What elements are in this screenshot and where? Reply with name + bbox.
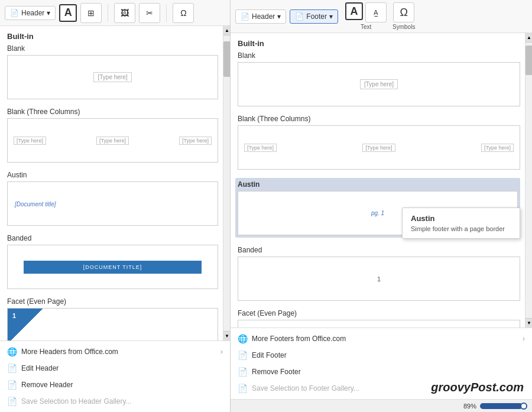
- document-icon-header-right: 📄: [241, 12, 249, 21]
- save-header-icon: 📄: [7, 397, 17, 406]
- zoom-fill: [480, 403, 523, 409]
- more-headers-link[interactable]: 🌐 More Headers from Office.com ›: [0, 343, 230, 360]
- insert-image-button[interactable]: 🖼: [114, 3, 135, 23]
- omega-button-left[interactable]: Ω: [173, 3, 194, 23]
- left-dropdown-panel: 📄 Header ▾ A ⊞ 🖼 ✂ Ω Built-in Blank [Typ…: [0, 0, 231, 412]
- scroll-down-arrow-left[interactable]: ▼: [223, 331, 230, 340]
- template-item-austin-left[interactable]: Austin [Document title]: [7, 171, 218, 226]
- col3-left: [Type here]: [179, 137, 212, 145]
- footer-button-right[interactable]: 📄 Footer ▾: [290, 9, 338, 24]
- right-panel-footer: 🌐 More Footers from Office.com › 📄 Edit …: [231, 327, 532, 399]
- text-toolbar-row: A A̲: [345, 2, 387, 22]
- austin-pg-text: pg. 1: [371, 210, 384, 216]
- left-scrollbar[interactable]: ▲ ▼: [223, 26, 230, 340]
- builtin-label-left: Built-in: [7, 32, 218, 41]
- text-format-button-right[interactable]: A: [345, 2, 363, 20]
- banded-num-right: 1: [377, 275, 381, 283]
- template-item-blank-right[interactable]: Blank [Type here]: [238, 51, 520, 106]
- template-preview-banded-left: [DOCUMENT TITLE]: [7, 245, 218, 289]
- left-toolbar: 📄 Header ▾ A ⊞ 🖼 ✂ Ω: [0, 0, 230, 26]
- right-panel-content: Built-in Blank [Type here] Blank (Three …: [231, 33, 532, 327]
- template-item-facet-left[interactable]: Facet (Even Page) 1: [7, 297, 218, 340]
- remove-header-icon: 📄: [7, 380, 17, 390]
- more-footers-link[interactable]: 🌐 More Footers from Office.com ›: [231, 330, 532, 347]
- chevron-down-header-right: ▾: [277, 12, 281, 21]
- template-preview-austin-left: [Document title]: [7, 181, 218, 226]
- template-label-banded-right: Banded: [238, 246, 520, 254]
- scroll-thumb-left[interactable]: [223, 41, 230, 77]
- text-format-button[interactable]: A: [59, 4, 77, 22]
- remove-header-link[interactable]: 📄 Remove Header: [0, 377, 230, 393]
- template-item-three-right[interactable]: Blank (Three Columns) [Type here] [Type …: [238, 115, 520, 170]
- template-label-facet-right: Facet (Even Page): [238, 309, 520, 317]
- template-item-banded-left[interactable]: Banded [DOCUMENT TITLE]: [7, 234, 218, 289]
- zoom-handle[interactable]: [520, 403, 527, 410]
- template-item-banded-right[interactable]: Banded 1: [238, 246, 520, 301]
- remove-footer-link[interactable]: 📄 Remove Footer: [231, 364, 532, 380]
- omega-button-right[interactable]: Ω: [393, 2, 414, 22]
- template-label-facet-left: Facet (Even Page): [7, 297, 218, 306]
- zoom-slider[interactable]: [480, 403, 527, 409]
- scroll-track-right: [525, 43, 532, 318]
- insert-table-button[interactable]: ⊞: [80, 3, 102, 23]
- austin-content-left: [Document title]: [8, 195, 218, 213]
- scroll-thumb-right[interactable]: [525, 46, 532, 75]
- blank-placeholder-left: [Type here]: [93, 72, 131, 82]
- edit-header-link[interactable]: 📄 Edit Header: [0, 360, 230, 377]
- header-btn-label: Header: [21, 9, 44, 17]
- header-button-left[interactable]: 📄 Header ▾: [5, 6, 56, 20]
- template-preview-three-left: [Type here] [Type here] [Type here]: [7, 118, 218, 163]
- template-label-three-left: Blank (Three Columns): [7, 108, 218, 116]
- three-col-container-left: [Type here] [Type here] [Type here]: [8, 137, 218, 145]
- template-label-austin-right: Austin: [238, 180, 518, 189]
- edit-footer-label: Edit Footer: [252, 351, 287, 359]
- col1-left: [Type here]: [14, 137, 46, 145]
- template-preview-blank-left: [Type here]: [7, 55, 218, 99]
- scroll-up-arrow-right[interactable]: ▲: [525, 33, 532, 43]
- edit-footer-link[interactable]: 📄 Edit Footer: [231, 347, 532, 364]
- text-group-label-right: Text: [361, 24, 371, 30]
- globe-icon-left: 🌐: [7, 347, 17, 356]
- edit-header-label: Edit Header: [21, 364, 59, 372]
- template-preview-banded-right: 1: [238, 257, 520, 301]
- zoom-level: 89%: [463, 403, 476, 410]
- template-item-three-left[interactable]: Blank (Three Columns) [Type here] [Type …: [7, 108, 218, 163]
- left-panel-footer: 🌐 More Headers from Office.com › 📄 Edit …: [0, 340, 230, 412]
- insert-clip-button[interactable]: ✂: [139, 3, 160, 23]
- header-button-right[interactable]: 📄 Header ▾: [235, 9, 286, 24]
- chevron-down-icon: ▾: [47, 9, 50, 17]
- col3-right: [Type here]: [481, 144, 514, 152]
- template-label-austin-left: Austin: [7, 171, 218, 179]
- banded-bar-left: [DOCUMENT TITLE]: [24, 261, 202, 274]
- template-item-facet-right[interactable]: Facet (Even Page) [Author name] | [SCHOO…: [238, 309, 520, 327]
- template-preview-facet-left: 1: [7, 308, 218, 340]
- template-preview-blank-right: [Type here]: [238, 62, 520, 106]
- edit-header-icon: 📄: [7, 364, 17, 373]
- globe-icon-right: 🌐: [238, 334, 247, 343]
- more-headers-label: More Headers from Office.com: [21, 348, 118, 356]
- blank-placeholder-right: [Type here]: [360, 79, 398, 89]
- remove-footer-label: Remove Footer: [252, 368, 301, 376]
- right-scrollbar[interactable]: ▲ ▼: [525, 33, 532, 327]
- save-footer-icon: 📄: [238, 384, 247, 393]
- text-group-right: A A̲ Text: [345, 2, 387, 30]
- remove-header-label: Remove Header: [21, 381, 73, 389]
- scroll-track-left: [223, 35, 230, 331]
- scroll-down-arrow-right[interactable]: ▼: [525, 318, 532, 327]
- status-bar: 89%: [231, 399, 532, 412]
- more-footers-label: More Footers from Office.com: [252, 335, 346, 343]
- template-item-blank-left[interactable]: Blank [Type here]: [7, 44, 218, 99]
- tooltip-description: Simple footer with a page border: [411, 225, 511, 232]
- col2-left: [Type here]: [96, 137, 129, 145]
- template-label-blank-left: Blank: [7, 44, 218, 53]
- tooltip-title: Austin: [411, 214, 511, 223]
- text-style-button-right[interactable]: A̲: [365, 2, 387, 22]
- divider-2: [166, 4, 167, 22]
- facet-num-left: 1: [12, 312, 16, 319]
- scroll-up-arrow-left[interactable]: ▲: [223, 26, 230, 35]
- col1-right: [Type here]: [244, 144, 277, 152]
- remove-footer-icon: 📄: [238, 367, 247, 377]
- save-footer-label: Save Selection to Footer Gallery...: [252, 384, 359, 392]
- save-footer-link: 📄 Save Selection to Footer Gallery...: [231, 380, 532, 397]
- right-toolbar: 📄 Header ▾ 📄 Footer ▾ A A̲ Text Ω Symbol…: [231, 0, 532, 33]
